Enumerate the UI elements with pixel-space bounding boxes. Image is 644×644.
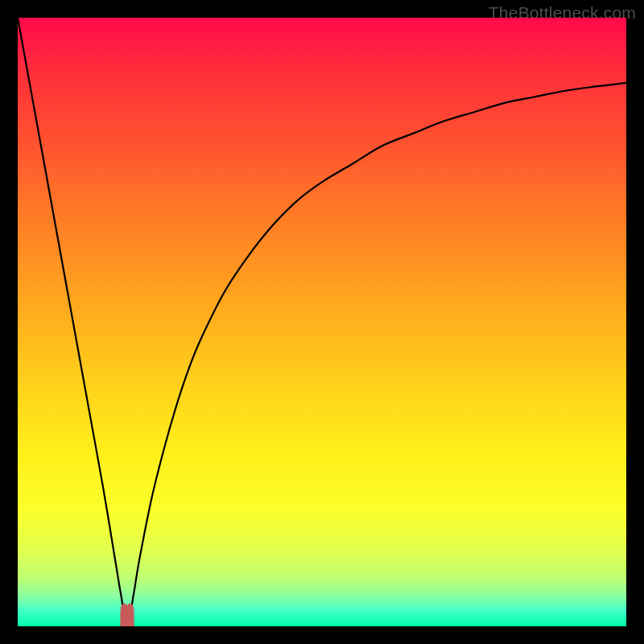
curve-svg (18, 18, 626, 626)
plot-area (18, 18, 626, 626)
optimum-marker (118, 601, 137, 627)
optimum-marker-shape (121, 604, 134, 626)
chart-frame: TheBottleneck.com (0, 0, 644, 644)
bottleneck-curve (18, 18, 626, 626)
